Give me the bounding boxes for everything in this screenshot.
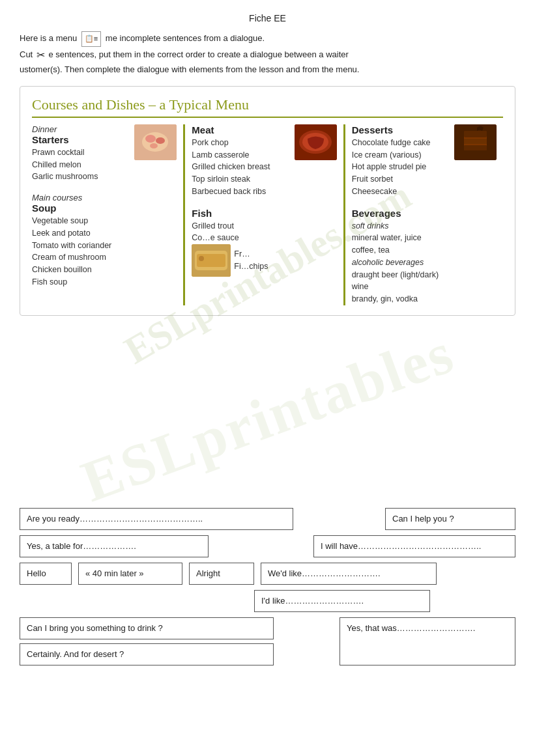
menu-card-title: Courses and Dishes – a Typical Menu	[32, 96, 503, 118]
menu-item: Tomato with coriander	[32, 240, 177, 252]
sentence-box-table: Yes, a table for……………….	[20, 535, 209, 557]
instruction-text-2a: Cut	[20, 49, 33, 59]
sentence-box-help: Can I help you ?	[385, 508, 515, 530]
menu-item: Grilled trout	[192, 220, 336, 232]
menu-item: Cheesecake	[352, 186, 497, 198]
icon-menu: 📋≡	[81, 31, 101, 47]
menu-item: Fish soup	[32, 276, 177, 288]
sentence-box-alright: Alright	[189, 563, 254, 585]
instruction-text-2b: e sentences, put them in the correct ord…	[48, 49, 348, 59]
sentence-box-hello: Hello	[20, 563, 72, 585]
sentence-box-iwill: I will have……………………………………..	[313, 535, 515, 557]
sentence-box-wedlike: We'd like……………………….	[261, 563, 437, 585]
menu-columns: Dinner Starters Prawn cocktail Chilled m…	[32, 124, 503, 305]
page-title: Fiche EE	[20, 13, 515, 23]
sentence-box-bring: Can I bring you something to drink ?	[20, 617, 274, 639]
menu-item: mineral water, juice	[352, 232, 497, 244]
instructions: Here is a menu 📋≡ me incomplete sentence…	[20, 31, 515, 77]
menu-item: Fi…chips	[234, 260, 268, 273]
sentence-box-idlike: I'd like……………………….	[254, 590, 430, 612]
soft-drinks-label: soft drinks	[352, 220, 497, 232]
menu-col-meat: Meat Pork chop Lamb casserole Grilled ch…	[183, 124, 343, 305]
sentence-box-thatwas: Yes, that was……………………….	[340, 617, 515, 665]
menu-item: Barbecued back ribs	[192, 186, 336, 198]
main-courses-label: Main courses	[32, 193, 177, 203]
sentence-box-certainly: Certainly. And for desert ?	[20, 643, 274, 665]
menu-item: Hot apple strudel pie	[352, 161, 497, 173]
menu-item: wine	[352, 281, 497, 293]
menu-item: brandy, gin, vodka	[352, 293, 497, 305]
menu-card: Courses and Dishes – a Typical Menu Dinn…	[20, 86, 515, 316]
menu-col-desserts: Desserts Chocolate fudge cake Ice cream …	[343, 124, 503, 305]
dialogue-row-2: Yes, a table for………………. I will have………………	[20, 535, 515, 557]
menu-item: Top sirloin steak	[192, 173, 336, 186]
svg-point-4	[150, 143, 158, 148]
beverages-heading: Beverages	[352, 208, 497, 219]
instruction-text-1b: me incomplete sentences from a dialogue.	[106, 33, 265, 43]
menu-item: Chicken bouillon	[32, 264, 177, 276]
svg-point-3	[156, 137, 165, 144]
fish-heading: Fish	[192, 208, 336, 219]
menu-item: Cream of mushroom	[32, 251, 177, 264]
svg-rect-14	[464, 131, 487, 137]
dialogue-boxes: Are you ready…………………………………….. Can I help…	[20, 505, 515, 665]
svg-point-11	[199, 256, 204, 261]
svg-point-2	[145, 135, 156, 143]
svg-rect-16	[464, 145, 487, 150]
svg-rect-15	[464, 139, 487, 144]
menu-item: coffee, tea	[352, 244, 497, 257]
blank-space: ESLprintables	[20, 329, 515, 505]
instruction-text-1a: Here is a menu	[20, 33, 77, 43]
menu-col-starters: Dinner Starters Prawn cocktail Chilled m…	[32, 124, 183, 305]
menu-item: draught beer (light/dark)	[352, 269, 497, 281]
sentence-box-ready: Are you ready……………………………………..	[20, 508, 293, 530]
instruction-text-2c: ustomer(s). Then complete the dialogue w…	[20, 64, 359, 74]
alcoholic-beverages-label: alcoholic beverages	[352, 257, 497, 269]
dialogue-row-1: Are you ready…………………………………….. Can I help…	[20, 508, 515, 530]
menu-item: Grilled chicken breast	[192, 161, 336, 173]
starters-image	[134, 124, 177, 160]
menu-item: Co…e sauce	[192, 232, 336, 244]
meat-image	[295, 124, 337, 160]
dialogue-row-3: Hello « 40 min later » Alright We'd like…	[20, 563, 515, 585]
sentence-box-40min: « 40 min later »	[78, 563, 182, 585]
menu-item: Garlic mushrooms	[32, 171, 177, 183]
fish-image	[192, 244, 231, 277]
menu-item: Chilled melon	[32, 159, 177, 171]
menu-item: Fruit sorbet	[352, 173, 497, 186]
menu-item: Leek and potato	[32, 227, 177, 240]
watermark-big: ESLprintables	[72, 329, 462, 505]
icon-scissors: ✂	[36, 47, 45, 64]
dessert-image	[454, 124, 497, 160]
dialogue-row-4: I'd like……………………….	[20, 590, 515, 612]
menu-item: Fr…	[234, 248, 268, 260]
soup-heading: Soup	[32, 203, 177, 214]
dialogue-row-5: Can I bring you something to drink ? Cer…	[20, 617, 515, 665]
menu-item: Vegetable soup	[32, 215, 177, 227]
